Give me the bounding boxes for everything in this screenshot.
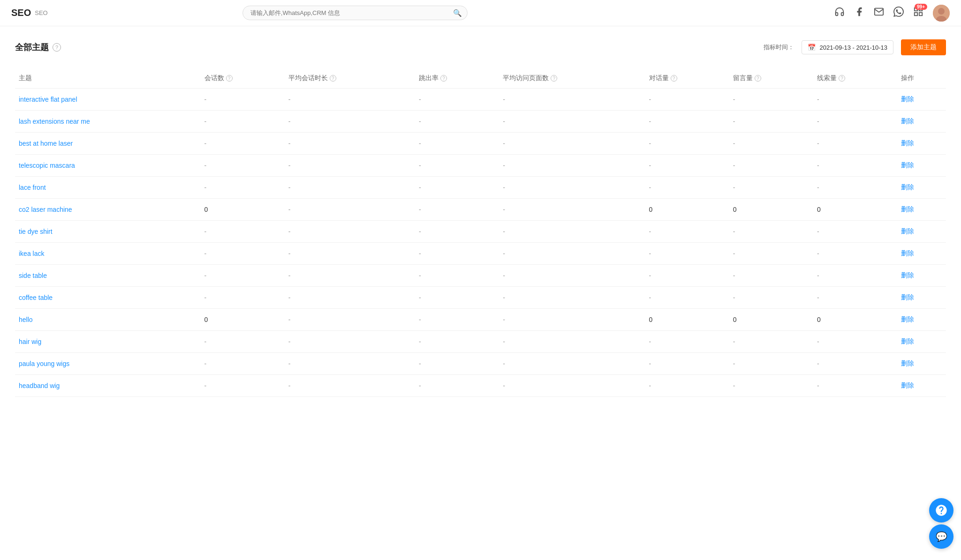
td-topic-13: headband wig: [15, 375, 201, 397]
td-bounce-rate-8: -: [415, 265, 499, 287]
avg-duration-help-icon[interactable]: ?: [330, 75, 336, 82]
td-conversations-0: -: [645, 89, 729, 111]
td-avg-pages-5: -: [499, 199, 645, 221]
table-row: lash extensions near me - - - - - - - 删除: [15, 111, 946, 133]
float-support-button[interactable]: [929, 498, 953, 523]
delete-button-5[interactable]: 删除: [901, 205, 914, 213]
td-leads-1: -: [813, 111, 897, 133]
col-conversations: 对话量 ?: [645, 68, 729, 89]
td-messages-5: 0: [729, 199, 813, 221]
header-right: 指标时间： 📅 2021-09-13 - 2021-10-13 添加主题: [764, 39, 946, 55]
td-topic-11: hair wig: [15, 331, 201, 353]
whatsapp-icon[interactable]: [893, 7, 904, 19]
td-leads-12: -: [813, 353, 897, 375]
td-topic-3: telescopic mascara: [15, 155, 201, 177]
td-topic-8: side table: [15, 265, 201, 287]
delete-button-0[interactable]: 删除: [901, 95, 914, 103]
page-header: 全部主题 ? 指标时间： 📅 2021-09-13 - 2021-10-13 添…: [15, 39, 946, 55]
topic-link-1[interactable]: lash extensions near me: [19, 118, 90, 125]
td-action-2: 删除: [897, 133, 946, 155]
conversations-help-icon[interactable]: ?: [671, 75, 677, 82]
avatar[interactable]: [933, 5, 950, 22]
table-row: hair wig - - - - - - - 删除: [15, 331, 946, 353]
mail-icon[interactable]: [874, 7, 884, 19]
td-leads-9: -: [813, 287, 897, 309]
td-topic-2: best at home laser: [15, 133, 201, 155]
date-range-picker[interactable]: 📅 2021-09-13 - 2021-10-13: [802, 40, 893, 54]
avg-pages-help-icon[interactable]: ?: [551, 75, 557, 82]
td-sessions-8: -: [201, 265, 285, 287]
topic-link-9[interactable]: coffee table: [19, 294, 53, 301]
td-avg-pages-9: -: [499, 287, 645, 309]
topic-link-6[interactable]: tie dye shirt: [19, 228, 53, 235]
col-sessions: 会话数 ?: [201, 68, 285, 89]
td-bounce-rate-5: -: [415, 199, 499, 221]
td-conversations-4: -: [645, 177, 729, 199]
leads-help-icon[interactable]: ?: [839, 75, 845, 82]
td-sessions-11: -: [201, 331, 285, 353]
td-conversations-6: -: [645, 221, 729, 243]
topic-link-8[interactable]: side table: [19, 272, 47, 279]
td-avg-duration-5: -: [285, 199, 415, 221]
delete-button-13[interactable]: 删除: [901, 381, 914, 389]
delete-button-6[interactable]: 删除: [901, 227, 914, 235]
facebook-icon[interactable]: [854, 7, 864, 19]
page-title-help-icon[interactable]: ?: [53, 43, 61, 52]
sessions-help-icon[interactable]: ?: [226, 75, 233, 82]
topic-link-5[interactable]: co2 laser machine: [19, 206, 72, 213]
td-leads-0: -: [813, 89, 897, 111]
topic-link-0[interactable]: interactive flat panel: [19, 96, 77, 103]
delete-button-7[interactable]: 删除: [901, 249, 914, 257]
td-avg-duration-11: -: [285, 331, 415, 353]
td-avg-pages-12: -: [499, 353, 645, 375]
topics-table-wrap: 主题 会话数 ? 平均会话时长 ?: [15, 68, 946, 397]
search-input[interactable]: [242, 6, 468, 20]
delete-button-2[interactable]: 删除: [901, 139, 914, 147]
topic-link-13[interactable]: headband wig: [19, 382, 60, 389]
td-sessions-12: -: [201, 353, 285, 375]
topic-link-10[interactable]: hello: [19, 316, 33, 323]
td-sessions-9: -: [201, 287, 285, 309]
delete-button-4[interactable]: 删除: [901, 183, 914, 191]
topic-link-7[interactable]: ikea lack: [19, 250, 44, 257]
calendar-icon: 📅: [808, 44, 816, 51]
delete-button-9[interactable]: 删除: [901, 293, 914, 301]
messages-help-icon[interactable]: ?: [755, 75, 761, 82]
delete-button-12[interactable]: 删除: [901, 359, 914, 367]
table-row: best at home laser - - - - - - - 删除: [15, 133, 946, 155]
td-sessions-2: -: [201, 133, 285, 155]
td-topic-0: interactive flat panel: [15, 89, 201, 111]
td-leads-5: 0: [813, 199, 897, 221]
td-bounce-rate-3: -: [415, 155, 499, 177]
apps-icon[interactable]: 99+: [913, 7, 923, 19]
delete-button-3[interactable]: 删除: [901, 161, 914, 169]
td-avg-duration-3: -: [285, 155, 415, 177]
topic-link-12[interactable]: paula young wigs: [19, 360, 69, 367]
delete-button-1[interactable]: 删除: [901, 117, 914, 125]
topic-link-3[interactable]: telescopic mascara: [19, 162, 75, 169]
table-body: interactive flat panel - - - - - - - 删除 …: [15, 89, 946, 397]
bounce-rate-help-icon[interactable]: ?: [440, 75, 447, 82]
delete-button-10[interactable]: 删除: [901, 315, 914, 323]
td-conversations-2: -: [645, 133, 729, 155]
td-messages-8: -: [729, 265, 813, 287]
delete-button-11[interactable]: 删除: [901, 337, 914, 345]
col-avg-duration: 平均会话时长 ?: [285, 68, 415, 89]
topic-link-11[interactable]: hair wig: [19, 338, 41, 345]
topic-link-4[interactable]: lace front: [19, 184, 46, 191]
td-action-3: 删除: [897, 155, 946, 177]
td-conversations-10: 0: [645, 309, 729, 331]
td-sessions-10: 0: [201, 309, 285, 331]
td-sessions-3: -: [201, 155, 285, 177]
add-topic-button[interactable]: 添加主题: [901, 39, 946, 55]
float-support2-button[interactable]: 💬: [929, 524, 953, 549]
page-title: 全部主题: [15, 42, 49, 53]
table-row: side table - - - - - - - 删除: [15, 265, 946, 287]
topic-link-2[interactable]: best at home laser: [19, 140, 73, 147]
delete-button-8[interactable]: 删除: [901, 271, 914, 279]
td-leads-6: -: [813, 221, 897, 243]
td-conversations-11: -: [645, 331, 729, 353]
td-topic-7: ikea lack: [15, 243, 201, 265]
headphone-icon[interactable]: [834, 7, 845, 19]
td-conversations-1: -: [645, 111, 729, 133]
